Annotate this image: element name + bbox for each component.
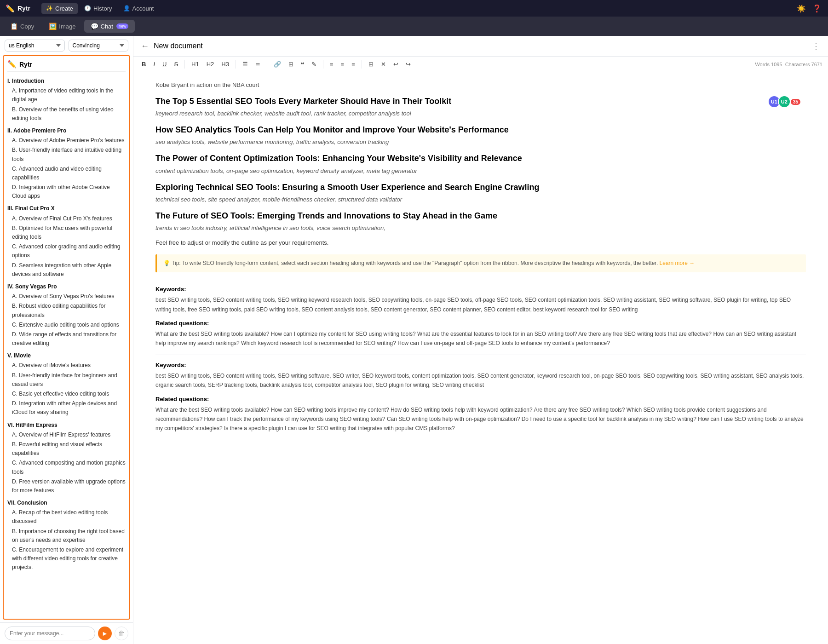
outline-item[interactable]: B. Powerful editing and visual effects c… [7,440,126,458]
link-button[interactable]: 🔗 [271,59,284,69]
send-button[interactable]: ► [98,627,112,640]
keywords-section-1: Keywords: best SEO writing tools, SEO co… [155,286,806,314]
brand[interactable]: ✏️ Rytr [6,4,30,13]
tab-chat[interactable]: 💬 Chat new [84,20,135,33]
tip-icon: 💡 [163,260,170,266]
italic-button[interactable]: I [150,59,158,69]
bold-button[interactable]: B [139,59,149,69]
nav-label-history: History [93,5,112,12]
outline-item[interactable]: D. Wide range of effects and transitions… [7,330,126,348]
tab-chat-label: Chat [101,23,113,30]
tip-box: 💡 Tip: To write SEO friendly long-form c… [155,254,806,272]
nav-label-create: Create [55,5,73,12]
trash-button[interactable]: 🗑 [115,627,128,640]
outline-item[interactable]: B. Optimized for Mac users with powerful… [7,224,126,242]
back-button[interactable]: ← [141,41,149,51]
outline-item[interactable]: IV. Sony Vegas Pro [7,282,126,292]
outline-item[interactable]: B. User-friendly interface and intuitive… [7,145,126,164]
outline-item[interactable]: A. Overview of Adobe Premiere Pro's feat… [7,136,126,145]
outline-item[interactable]: C. Encouragement to explore and experime… [7,545,126,573]
clear-button[interactable]: ✕ [378,59,389,69]
sidebar-header-label: Rytr [19,61,32,68]
outline-item[interactable]: B. Overview of the benefits of using vid… [7,105,126,123]
outline-item[interactable]: II. Adobe Premiere Pro [7,126,126,136]
outline-item[interactable]: B. User-friendly interface for beginners… [7,371,126,389]
related-label-1: Related questions: [155,320,806,327]
outline-item[interactable]: D. Integration with other Apple devices … [7,399,126,417]
bullet-button[interactable]: ☰ [240,59,251,69]
outline-item[interactable]: A. Overview of HitFilm Express' features [7,430,126,440]
strikethrough-button[interactable]: S [171,59,181,69]
outline-item[interactable]: I. Introduction [7,76,126,86]
nav-label-account: Account [132,5,154,12]
create-icon: ✨ [46,5,53,12]
outline-item[interactable]: VII. Conclusion [7,498,126,508]
nav-item-create[interactable]: ✨ Create [41,3,78,14]
free-text: Feel free to adjust or modify the outlin… [155,238,806,248]
tab-copy[interactable]: 📋 Copy [4,20,40,33]
outline-item[interactable]: V. iMovie [7,351,126,361]
align-center-button[interactable]: ≡ [338,59,347,69]
nav-item-account[interactable]: 👤 Account [119,3,159,14]
highlight-button[interactable]: ✎ [309,59,319,69]
sidebar-header: ✏️ Rytr [7,60,126,72]
outline-item[interactable]: A. Overview of Sony Vegas Pro's features [7,292,126,301]
keywords-label-1: Keywords: [155,286,806,293]
chat-tab-icon: 💬 [91,23,98,30]
outline-item[interactable]: C. Advanced audio and video editing capa… [7,164,126,183]
outline-item[interactable]: D. Integration with other Adobe Creative… [7,183,126,201]
divider-1 [155,279,806,279]
tone-select[interactable]: Convincing Casual Formal Inspirational H… [69,40,129,52]
nav-items: ✨ Create 🕐 History 👤 Account [41,3,158,14]
align-right-button[interactable]: ≡ [349,59,358,69]
underline-button[interactable]: U [160,59,169,69]
tip-text: Tip: To write SEO friendly long-form con… [172,260,658,266]
redo-button[interactable]: ↪ [403,59,414,69]
outline-item[interactable]: A. Importance of video editing tools in … [7,86,126,104]
nav-item-history[interactable]: 🕐 History [80,3,116,14]
outline-item[interactable]: D. Free version available with upgrade o… [7,477,126,495]
words-count: 1095 [771,62,782,67]
avatar-2: U2 [778,95,791,108]
outline-item[interactable]: C. Extensive audio editing tools and opt… [7,320,126,330]
outline-item[interactable]: A. Recap of the best video editing tools… [7,508,126,526]
outline-item[interactable]: C. Basic yet effective video editing too… [7,389,126,399]
outline-item[interactable]: A. Overview of Final Cut Pro X's feature… [7,214,126,224]
h2-button[interactable]: H2 [204,59,217,69]
theme-icon[interactable]: ☀️ [796,3,807,14]
undo-button[interactable]: ↩ [391,59,401,69]
brand-icon: ✏️ [6,4,15,13]
section-heading-4: The Future of SEO Tools: Emerging Trends… [155,210,806,222]
sidebar-controls: us English UK English Spanish French Con… [0,36,133,55]
h3-button[interactable]: H3 [218,59,232,69]
outline-item[interactable]: C. Advanced color grading and audio edit… [7,242,126,260]
outline-item[interactable]: B. Importance of choosing the right tool… [7,527,126,545]
account-icon: 👤 [123,5,130,12]
align-left-button[interactable]: ≡ [327,59,336,69]
outline-item[interactable]: D. Seamless integration with other Apple… [7,261,126,279]
outline-item[interactable]: B. Robust video editing capabilities for… [7,301,126,320]
collab-badge: 35 [791,99,800,105]
editor-content[interactable]: U1 U2 35 Kobe Bryant in action on the NB… [133,72,828,644]
outline-item[interactable]: C. Advanced compositing and motion graph… [7,458,126,477]
tab-image[interactable]: 🖼️ Image [42,20,82,33]
section-subtext-2: content optimization tools, on-page seo … [155,167,806,174]
table-button[interactable]: ⊞ [366,59,376,69]
numbered-button[interactable]: ≣ [253,59,263,69]
message-input[interactable] [5,627,95,640]
history-icon: 🕐 [84,5,91,12]
help-icon[interactable]: ❓ [811,3,822,14]
sidebar-pencil-icon: ✏️ [7,60,17,69]
h1-button[interactable]: H1 [189,59,202,69]
learn-more-link[interactable]: Learn more → [660,260,695,266]
outline-item[interactable]: VI. HitFilm Express [7,420,126,430]
header-menu-button[interactable]: ⋮ [811,40,821,52]
outline-item[interactable]: A. Overview of iMovie's features [7,361,126,370]
collab-avatars: U1 U2 35 [770,95,800,108]
language-select[interactable]: us English UK English Spanish French [5,40,65,52]
quote-button[interactable]: ❝ [298,59,307,69]
related-label-2: Related questions: [155,396,806,402]
related-text-1: What are the best SEO writing tools avai… [155,329,806,348]
outline-item[interactable]: III. Final Cut Pro X [7,204,126,213]
image-button[interactable]: ⊞ [286,59,296,69]
